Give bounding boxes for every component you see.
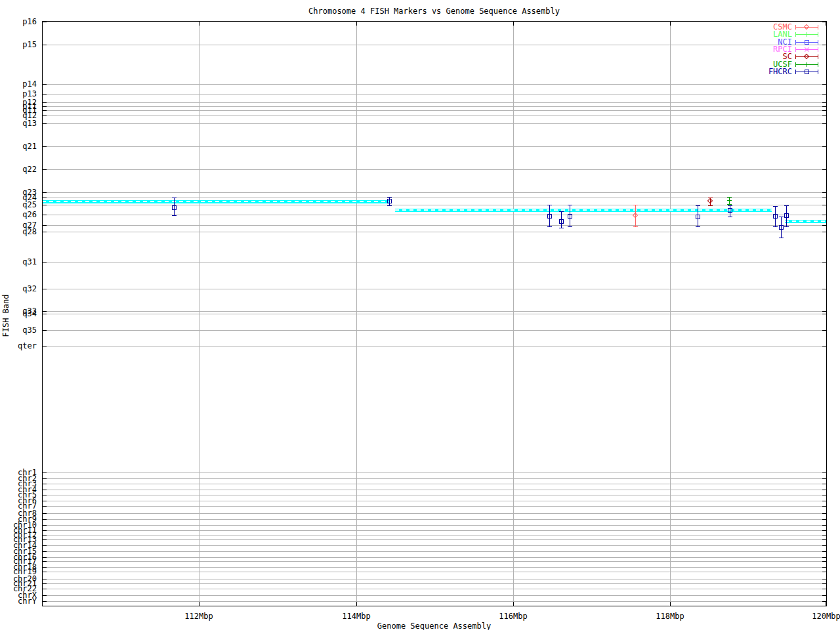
y-axis-tick-mirror — [822, 330, 826, 331]
x-axis-tick — [826, 602, 826, 606]
y-axis-tick-mirror — [822, 84, 826, 85]
y-axis-tick — [43, 146, 47, 147]
x-axis-tick-mirror — [513, 22, 514, 26]
legend-sample-cap-left — [795, 32, 796, 37]
x-axis-tick — [199, 602, 200, 606]
legend-sample-cap-right — [818, 25, 818, 30]
y-axis-tick-mirror — [822, 472, 826, 473]
y-axis-tick-mirror — [822, 572, 826, 572]
y-axis-tick — [43, 22, 47, 22]
y-axis-tick-mirror — [822, 146, 826, 147]
y-axis-tick — [43, 583, 47, 584]
x-axis-tick-mirror — [199, 22, 200, 26]
error-bar-cap-bottom — [633, 226, 638, 227]
y-axis-tick — [43, 311, 47, 312]
y-axis-tick-mirror — [822, 519, 826, 520]
error-bar-cap-top — [773, 206, 778, 207]
marker-square — [568, 214, 572, 219]
y-axis-tick-mirror — [822, 346, 826, 346]
marker-square — [779, 225, 784, 230]
y-axis-tick — [43, 490, 47, 490]
legend-sample-cap-right — [818, 62, 818, 67]
y-axis-tick-mirror — [822, 495, 826, 495]
error-bar-cap-bottom — [708, 205, 713, 206]
y-axis-tick — [43, 601, 47, 602]
y-axis-tick — [43, 501, 47, 501]
y-tick-label: q28 — [0, 228, 37, 236]
y-axis-tick — [43, 215, 47, 215]
y-axis-tick — [43, 513, 47, 514]
y-axis-tick-mirror — [822, 539, 826, 540]
error-bar-cap-bottom — [559, 228, 564, 228]
y-axis-tick-mirror — [822, 513, 826, 514]
y-axis-tick-mirror — [822, 192, 826, 193]
y-axis-tick — [43, 595, 47, 596]
y-axis-tick — [43, 567, 47, 568]
y-axis-tick — [43, 169, 47, 170]
error-bar-cap-top — [728, 205, 732, 206]
y-tick-label: q13 — [0, 119, 37, 127]
marker-plus-v — [807, 62, 807, 67]
y-tick-label: q21 — [0, 142, 37, 150]
legend-sample-cap-right — [818, 32, 818, 37]
marker-plus-v — [729, 198, 730, 203]
error-bar-cap-bottom — [784, 226, 789, 227]
y-axis-tick — [43, 192, 47, 193]
error-bar-cap-bottom — [727, 204, 732, 205]
y-axis-tick-mirror — [822, 110, 826, 111]
marker-square — [805, 70, 809, 74]
y-axis-tick-mirror — [822, 123, 826, 124]
y-axis-tick-mirror — [822, 535, 826, 536]
y-axis-tick-mirror — [822, 198, 826, 198]
legend-sample-cap-left — [795, 62, 796, 67]
y-tick-label: p16 — [0, 18, 37, 26]
y-axis-tick-mirror — [822, 94, 826, 94]
y-axis-tick — [43, 561, 47, 562]
y-axis-tick — [43, 495, 47, 495]
error-bar-cap-top — [547, 205, 552, 205]
y-axis-tick — [43, 94, 47, 94]
y-axis-tick-mirror — [822, 595, 826, 596]
legend-sample-cap-left — [795, 40, 796, 45]
legend-label: FHCRC — [722, 68, 792, 75]
y-axis-tick-mirror — [822, 225, 826, 226]
error-bar-cap-bottom — [387, 205, 392, 206]
error-bar-cap-top — [696, 205, 700, 206]
y-axis-tick — [43, 45, 47, 45]
error-bar-cap-top — [633, 205, 638, 205]
y-tick-label: p14 — [0, 80, 37, 88]
error-bar-cap-bottom — [773, 226, 778, 227]
y-axis-tick — [43, 525, 47, 526]
y-axis-tick-mirror — [822, 478, 826, 479]
y-axis-tick — [43, 198, 47, 198]
marker-square — [559, 219, 564, 224]
y-tick-label: chrY — [0, 597, 37, 605]
marker-square — [547, 214, 552, 219]
y-axis-tick-mirror — [822, 490, 826, 490]
y-axis-tick-mirror — [822, 45, 826, 45]
chart: Chromosome 4 FISH Markers vs Genome Sequ… — [0, 0, 840, 630]
y-axis-tick — [43, 106, 47, 107]
y-axis-tick-mirror — [822, 215, 826, 215]
y-axis-tick — [43, 123, 47, 124]
y-axis-tick — [43, 545, 47, 546]
y-axis-tick-mirror — [822, 501, 826, 501]
y-axis-tick-mirror — [822, 545, 826, 546]
error-bar-cap-top — [784, 205, 789, 206]
marker-plus-v — [807, 32, 807, 37]
x-axis-label: Genome Sequence Assembly — [42, 621, 826, 630]
marker-square — [387, 199, 392, 203]
y-axis-tick — [43, 506, 47, 507]
y-axis-tick — [43, 557, 47, 558]
error-bar-cap-bottom — [728, 217, 732, 217]
y-axis-tick-mirror — [822, 551, 826, 552]
y-axis-tick-mirror — [822, 232, 826, 232]
y-axis-tick-mirror — [822, 506, 826, 507]
x-axis-tick — [513, 602, 514, 606]
x-axis-tick — [670, 602, 671, 606]
legend-sample-cap-left — [795, 54, 796, 59]
marker-square — [172, 205, 177, 210]
legend-sample-cap-right — [818, 40, 818, 45]
error-bar-cap-top — [727, 197, 732, 198]
error-bar-cap-bottom — [696, 226, 700, 227]
